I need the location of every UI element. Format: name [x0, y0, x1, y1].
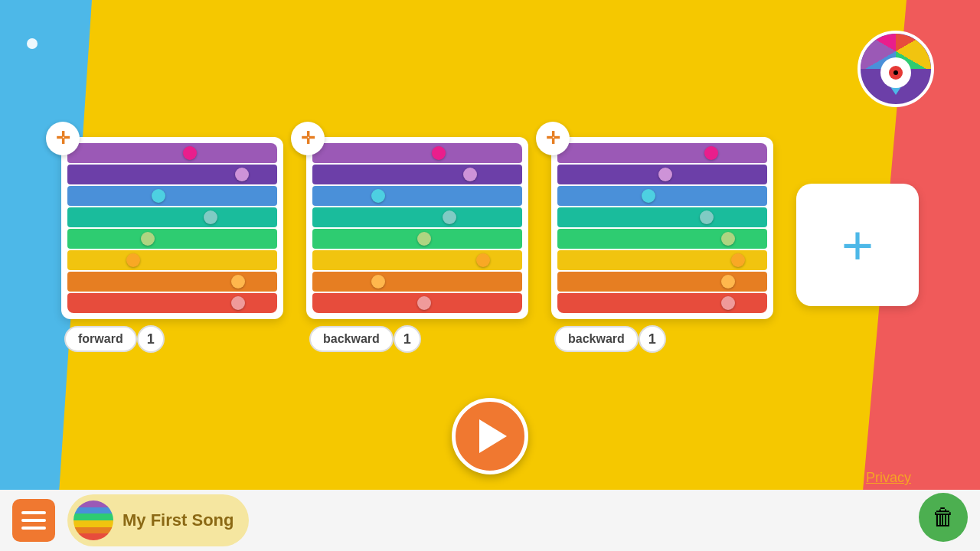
bar-row	[557, 229, 767, 249]
bar-dot	[642, 189, 655, 203]
bar-row	[67, 143, 277, 163]
count-badge-2[interactable]: 1	[394, 325, 421, 353]
bar-dot	[231, 275, 245, 289]
bar-dot	[700, 210, 714, 224]
bar-dot	[417, 232, 431, 246]
song-stripe	[74, 527, 113, 534]
music-block-3: ✛ backward 1	[551, 137, 773, 353]
bar-dot	[235, 168, 249, 181]
bar-dot	[371, 189, 385, 203]
music-card-1	[61, 137, 283, 319]
bars-2	[312, 143, 522, 313]
bar-row	[67, 272, 277, 292]
bar-dot	[721, 275, 735, 289]
bar-row	[67, 165, 277, 184]
count-badge-1[interactable]: 1	[137, 325, 165, 353]
menu-line-3	[21, 527, 46, 530]
bar-row	[557, 272, 767, 292]
bar-row	[312, 207, 522, 227]
direction-label-3[interactable]: backward	[554, 326, 639, 352]
bar-dot	[183, 146, 197, 160]
card-footer-3: backward 1	[551, 325, 669, 353]
bar-row	[67, 250, 277, 270]
play-button[interactable]	[452, 398, 528, 474]
song-stripe	[74, 514, 113, 520]
bar-dot	[658, 168, 672, 181]
robot-pupil	[889, 66, 903, 80]
bar-dot	[204, 210, 217, 224]
song-stripe	[74, 520, 113, 527]
music-card-2	[306, 137, 528, 319]
song-selector[interactable]: My First Song	[67, 494, 249, 546]
robot-eye	[880, 57, 911, 88]
direction-label-1[interactable]: forward	[64, 326, 137, 352]
bar-dot	[721, 296, 735, 310]
bar-dot	[231, 296, 245, 310]
privacy-link[interactable]: Privacy	[866, 470, 911, 486]
bar-row	[312, 293, 522, 313]
bar-dot	[704, 146, 718, 160]
bars-3	[557, 143, 767, 313]
bar-row	[67, 229, 277, 249]
delete-button[interactable]: 🗑	[919, 493, 968, 542]
bottom-bar: My First Song 🗑	[0, 490, 980, 551]
bar-dot	[721, 232, 735, 246]
menu-line-2	[21, 519, 46, 522]
trash-icon: 🗑	[932, 504, 955, 530]
bar-dot	[152, 189, 165, 203]
song-stripe	[74, 533, 113, 540]
song-stripe	[74, 507, 113, 514]
drag-handle-2[interactable]: ✛	[291, 122, 325, 155]
song-title: My First Song	[122, 510, 234, 530]
bar-row	[312, 229, 522, 249]
bar-dot	[731, 253, 745, 267]
music-card-3	[551, 137, 773, 319]
bar-row	[312, 250, 522, 270]
song-stripe	[74, 500, 113, 507]
bar-dot	[463, 168, 477, 181]
bar-dot	[371, 275, 385, 289]
bar-dot	[476, 253, 490, 267]
bar-dot	[417, 296, 431, 310]
bar-row	[557, 186, 767, 206]
bar-row	[67, 207, 277, 227]
menu-button[interactable]	[12, 499, 55, 542]
plus-icon: +	[841, 217, 874, 272]
bar-row	[557, 250, 767, 270]
bar-row	[312, 272, 522, 292]
music-block-2: ✛ backward 1	[306, 137, 528, 353]
bar-row	[312, 143, 522, 163]
bar-dot	[432, 146, 446, 160]
song-icon	[74, 500, 113, 540]
add-block-button[interactable]: +	[796, 184, 919, 306]
card-footer-2: backward 1	[306, 325, 424, 353]
bar-row	[67, 293, 277, 313]
bar-row	[312, 165, 522, 184]
bar-row	[557, 143, 767, 163]
bar-row	[312, 186, 522, 206]
drag-handle-3[interactable]: ✛	[536, 122, 570, 155]
bar-dot	[126, 253, 140, 267]
direction-label-2[interactable]: backward	[309, 326, 394, 352]
play-icon	[479, 419, 507, 453]
bar-row	[557, 165, 767, 184]
drag-handle-1[interactable]: ✛	[46, 122, 80, 155]
music-block-1: ✛ forward 1	[61, 137, 283, 353]
bar-dot	[443, 210, 456, 224]
bar-row	[557, 207, 767, 227]
bar-dot	[141, 232, 155, 246]
bar-row	[67, 186, 277, 206]
count-badge-3[interactable]: 1	[639, 325, 666, 353]
bar-row	[557, 293, 767, 313]
card-footer-1: forward 1	[61, 325, 168, 353]
menu-line-1	[21, 511, 46, 514]
bars-1	[67, 143, 277, 313]
